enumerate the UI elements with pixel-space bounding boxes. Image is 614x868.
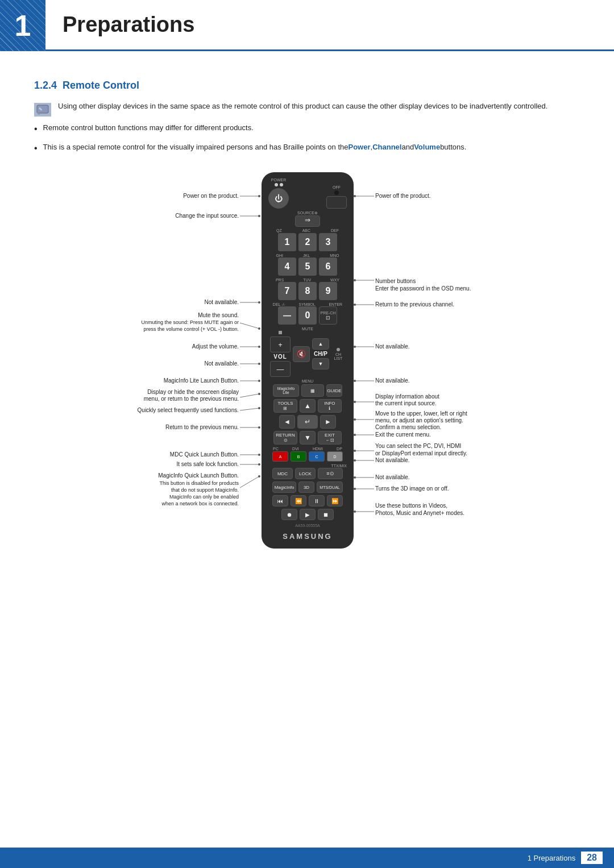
footer-page-number: 28	[581, 852, 603, 864]
svg-text:Change the input source.: Change the input source.	[175, 213, 239, 219]
input-row: A B C D	[266, 451, 349, 462]
btn-pc[interactable]: A	[272, 451, 288, 462]
magicinfo-lite-button[interactable]: MagicInfoLite	[273, 384, 299, 397]
svg-text:Confirm a menu selection.: Confirm a menu selection.	[375, 424, 441, 430]
vol-minus[interactable]: —	[270, 361, 291, 377]
btn-dvi[interactable]: B	[291, 451, 306, 462]
btn-8[interactable]: 8	[298, 282, 317, 300]
grid-button[interactable]: ▦	[301, 384, 324, 397]
lock-button[interactable]: LOCK	[295, 468, 316, 479]
stop-button[interactable]: ⏹	[318, 509, 334, 520]
btn-dp[interactable]: D	[327, 451, 343, 462]
return-button[interactable]: RETURN⊙	[273, 431, 297, 445]
ttx-label: TTX/MIX	[266, 464, 349, 468]
num-row-labels-1: QZABCDEF	[266, 229, 349, 232]
vol-dot	[279, 331, 282, 334]
section-name: Remote Control	[63, 80, 139, 91]
chp-dot	[337, 348, 340, 351]
model-number: AA59-00555A	[266, 524, 349, 528]
svg-point-73	[354, 418, 356, 421]
btn-7[interactable]: 7	[278, 282, 296, 300]
skip-back-button[interactable]: ⏮	[272, 495, 288, 506]
power-label: POWER	[271, 178, 286, 182]
btn-2[interactable]: 2	[298, 233, 317, 251]
magicinfo2-row: MagicInfo 3D MTS/DUAL	[266, 481, 349, 493]
btn-4[interactable]: 4	[278, 258, 296, 276]
svg-text:It sets safe lock function.: It sets safe lock function.	[177, 461, 239, 467]
pause-button[interactable]: ⏸	[309, 495, 325, 506]
power-button[interactable]: ⏻	[268, 188, 289, 209]
info-button[interactable]: INFOℹ	[318, 399, 342, 413]
svg-text:the current input source.: the current input source.	[375, 400, 437, 406]
svg-text:✎: ✎	[39, 107, 43, 112]
bold-volume: Volume	[414, 142, 440, 153]
nav-left-btn[interactable]: ◄	[279, 415, 295, 429]
magicinfo-row: MagicInfoLite ▦ GUIDE	[266, 384, 349, 397]
note-bullet-1: ✎ Using other display devices in the sam…	[34, 102, 580, 117]
mute-vol-row: + VOL — 🔇 ▲ CH/P ▼ CH LIST	[266, 331, 349, 377]
svg-text:Not available.: Not available.	[375, 457, 410, 463]
svg-point-29	[258, 393, 260, 395]
guide-button[interactable]: GUIDE	[326, 384, 342, 397]
off-button[interactable]	[326, 196, 347, 209]
page-footer: 1 Preparations 28	[0, 848, 614, 868]
ch-up[interactable]: ▲	[312, 338, 329, 350]
btn-0[interactable]: 0	[298, 306, 317, 325]
record-button[interactable]: ⏺	[281, 509, 297, 520]
svg-text:This button is disabled for pr: This button is disabled for products	[159, 480, 239, 486]
svg-point-83	[354, 459, 356, 462]
exit-button[interactable]: EXIT←⊡	[318, 431, 342, 445]
mts-dual-button[interactable]: MTS/DUAL	[317, 481, 343, 493]
svg-text:menu, or adjust an option's se: menu, or adjust an option's setting.	[375, 417, 463, 423]
btn-9[interactable]: 9	[319, 282, 337, 300]
svg-text:that do not support MagicInfo.: that do not support MagicInfo.	[171, 487, 239, 493]
btn-3[interactable]: 3	[319, 233, 337, 251]
svg-text:press the volume control (+ VO: press the volume control (+ VOL -) butto…	[144, 326, 239, 332]
rewind-button[interactable]: ⏪	[291, 495, 306, 506]
svg-text:Mute the sound.: Mute the sound.	[198, 312, 239, 318]
chapter-header: 1 Preparations	[0, 0, 614, 51]
return-row: RETURN⊙ ▼ EXIT←⊡	[266, 431, 349, 445]
svg-text:or DisplayPort external input : or DisplayPort external input directly.	[375, 450, 467, 456]
ttx-button[interactable]: ≡⊙	[318, 468, 343, 479]
nav-right-btn[interactable]: ►	[320, 415, 336, 429]
note-text-1: Using other display devices in the same …	[58, 102, 580, 110]
note-icon: ✎	[34, 103, 51, 117]
btn-pre-ch[interactable]: PRE-CH ⊡	[319, 306, 337, 325]
btn-1[interactable]: 1	[278, 233, 296, 251]
svg-text:Not available.: Not available.	[375, 474, 410, 480]
svg-text:Use these buttons in Videos,: Use these buttons in Videos,	[375, 502, 447, 509]
transport-row-1: ⏮ ⏪ ⏸ ⏩	[266, 495, 349, 506]
svg-text:MagicInfo Lite Launch Button.: MagicInfo Lite Launch Button.	[164, 377, 239, 384]
svg-point-41	[258, 463, 260, 466]
tools-button[interactable]: TOOLS⊞	[273, 399, 297, 413]
btn-hdmi[interactable]: C	[309, 451, 325, 462]
btn-3d[interactable]: 3D	[298, 481, 314, 493]
btn-6[interactable]: 6	[319, 258, 337, 276]
svg-text:when a network box is connecte: when a network box is connected.	[161, 501, 239, 506]
nav-up-btn[interactable]: ▲	[300, 399, 316, 413]
power-dot-2	[280, 183, 283, 186]
mute-button[interactable]: 🔇	[293, 346, 310, 362]
svg-point-25	[258, 380, 260, 382]
fast-forward-button[interactable]: ⏩	[327, 495, 343, 506]
nav-down-btn[interactable]: ▼	[300, 431, 316, 445]
svg-text:MagicInfo Quick Launch Button.: MagicInfo Quick Launch Button.	[158, 472, 239, 479]
decorative-hatch	[0, 0, 45, 51]
num-row-3: 7 8 9	[266, 282, 349, 300]
chapter-title: Preparations	[63, 13, 194, 37]
magicinfo2-button[interactable]: MagicInfo	[272, 481, 296, 493]
num-row-labels-2: GHIJKLMNO	[266, 254, 349, 258]
svg-point-58	[354, 304, 356, 306]
btn-5[interactable]: 5	[298, 258, 317, 276]
mdc-button[interactable]: MDC	[272, 468, 293, 479]
btn-dash[interactable]: —	[278, 306, 296, 325]
ch-down[interactable]: ▼	[312, 358, 329, 369]
vol-plus[interactable]: +	[270, 337, 291, 352]
nav-ok-btn[interactable]: ↵	[297, 415, 318, 429]
source-row: SOURCE⊕ ⇒	[266, 211, 349, 227]
source-button[interactable]: ⇒	[295, 215, 320, 227]
play-button[interactable]: ▶	[300, 509, 316, 520]
svg-text:Photos, Music and Anynet+ mode: Photos, Music and Anynet+ modes.	[375, 510, 464, 516]
svg-point-55	[354, 279, 356, 281]
